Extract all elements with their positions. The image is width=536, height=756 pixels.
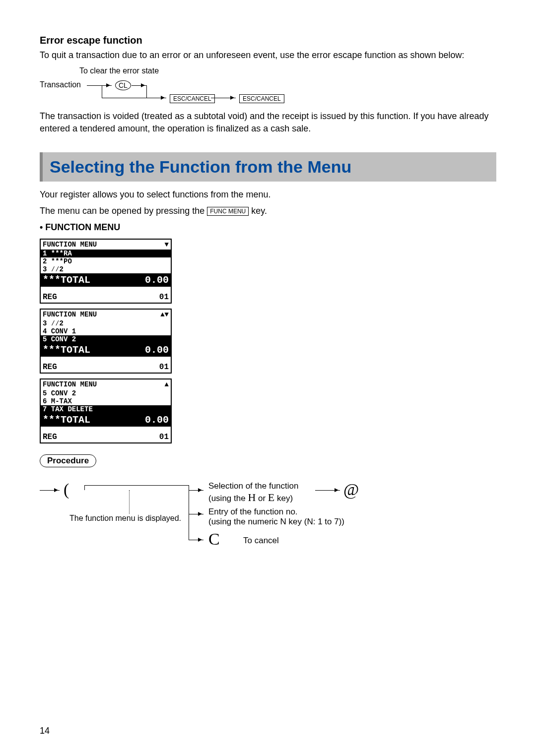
total-label: ***TOTAL	[43, 274, 90, 286]
banner-title: Selecting the Function from the Menu	[50, 157, 489, 177]
total-label: ***TOTAL	[43, 344, 90, 356]
lcd-row: 1 ***RA	[41, 250, 171, 257]
mode-value: 01	[159, 363, 169, 372]
esc-cancel-key: ESC/CANCEL	[170, 94, 215, 103]
lcd-row: 3 ⁄⁄2	[41, 319, 171, 327]
lcd-screen-3: FUNCTION MENU▲ 5 CONV 2 6 M-TAX 7 TAX DE…	[40, 378, 172, 443]
section2-line1: Your register allows you to select funct…	[40, 189, 496, 201]
line	[102, 98, 146, 98]
error-escape-diagram: To clear the error state Transaction CL …	[40, 66, 496, 101]
cancel-text: To cancel	[243, 536, 279, 546]
lcd-row: 2 ***PO	[41, 257, 171, 265]
h-key: H	[248, 491, 256, 504]
section-banner: Selecting the Function from the Menu	[40, 152, 496, 182]
arrow-icon	[189, 540, 203, 540]
text: (using the	[208, 494, 248, 503]
mode-label: REG	[43, 433, 57, 441]
arrow-icon	[87, 85, 112, 86]
procedure-flow: ( The function menu is displayed. Select…	[40, 476, 496, 561]
lcd-header: FUNCTION MENU	[43, 241, 97, 249]
lcd-screen-1: FUNCTION MENU▼ 1 ***RA 2 ***PO 3 ⁄⁄2 ***…	[40, 239, 172, 304]
at-symbol: @	[343, 480, 359, 499]
total-value: 0.00	[145, 344, 169, 356]
total-value: 0.00	[145, 274, 169, 286]
lcd-row: 4 CONV 1	[41, 327, 171, 335]
line	[84, 485, 85, 490]
procedure-label: Procedure	[40, 454, 96, 467]
text: or	[258, 494, 268, 503]
lcd-row: 3 ⁄⁄2	[41, 265, 171, 273]
arrow-icon	[132, 85, 146, 86]
esc-cancel-key: ESC/CANCEL	[239, 94, 284, 103]
line	[102, 85, 102, 98]
section-para: The transaction is voided (treated as a …	[40, 110, 496, 135]
text: key)	[277, 494, 293, 503]
lcd-header: FUNCTION MENU	[43, 380, 97, 388]
page-number: 14	[40, 726, 50, 736]
scroll-down-icon: ▼	[165, 241, 169, 249]
entry-line2: (using the numeric N key (N: 1 to 7))	[208, 517, 344, 527]
line	[146, 85, 147, 98]
function-menu-bullet: • FUNCTION MENU	[40, 221, 496, 234]
lcd-row: 7 TAX DELETE	[41, 405, 171, 413]
line	[189, 485, 189, 540]
selection-line2: (using the H or E key)	[208, 491, 293, 504]
lcd-screen-2: FUNCTION MENU▲▼ 3 ⁄⁄2 4 CONV 1 5 CONV 2 …	[40, 309, 172, 374]
selection-line1: Selection of the function	[208, 481, 298, 491]
total-value: 0.00	[145, 414, 169, 426]
arrow-icon	[189, 490, 203, 491]
entry-line1: Entry of the function no.	[208, 507, 298, 517]
dotted-line	[129, 490, 130, 514]
line	[84, 485, 189, 486]
arrow-icon	[211, 98, 236, 98]
arrow-icon	[146, 98, 166, 98]
lcd-row: 5 CONV 2	[41, 389, 171, 397]
section2-line2: The menu can be opened by pressing the F…	[40, 205, 496, 217]
func-menu-key: FUNC MENU	[207, 207, 249, 216]
section-title: Error escape function	[40, 35, 496, 46]
total-label: ***TOTAL	[43, 414, 90, 426]
mode-value: 01	[159, 293, 169, 302]
section-intro: To quit a transaction due to an error or…	[40, 49, 496, 62]
menu-displayed-text: The function menu is displayed.	[69, 514, 181, 523]
e-key: E	[268, 491, 274, 504]
mode-label: REG	[43, 293, 57, 302]
lcd-header: FUNCTION MENU	[43, 311, 97, 318]
mode-label: REG	[43, 363, 57, 372]
arrow-icon	[40, 490, 60, 491]
cl-key: CL	[115, 80, 131, 90]
transaction-label: Transaction	[40, 80, 81, 89]
mode-value: 01	[159, 433, 169, 441]
lcd-row: 5 CONV 2	[41, 335, 171, 343]
text: The menu can be opened by pressing the	[40, 206, 207, 216]
arrow-icon	[315, 490, 340, 491]
c-key: C	[208, 530, 220, 549]
arrow-icon	[189, 514, 203, 514]
diagram-caption: To clear the error state	[79, 66, 159, 75]
text: key.	[251, 206, 267, 216]
scroll-up-icon: ▲	[165, 380, 169, 388]
lcd-row: 6 M-TAX	[41, 397, 171, 405]
scroll-updown-icon: ▲▼	[160, 311, 169, 318]
open-paren: (	[64, 480, 69, 499]
